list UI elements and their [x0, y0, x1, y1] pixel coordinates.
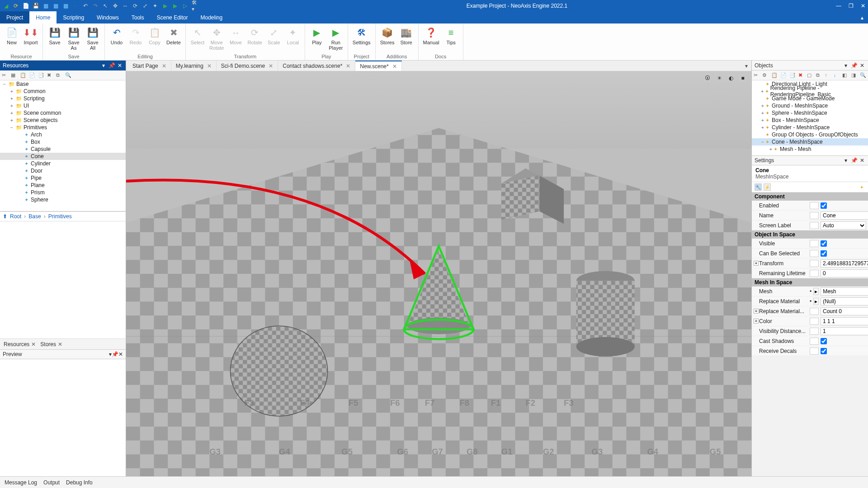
ribbon-projectsettings-button[interactable]: 🛠Settings	[351, 25, 373, 46]
object-row[interactable]: +✦Rendering Pipeline - RenderingPipeline…	[752, 88, 868, 95]
objects-close-button[interactable]: ✕	[859, 62, 865, 69]
expand-icon[interactable]: +	[760, 125, 765, 130]
ribbon-rotate-button[interactable]: ⟳Rotate	[245, 25, 264, 46]
obj-tool-gear-icon[interactable]: ⚙	[762, 72, 768, 79]
prop-input[interactable]	[821, 287, 868, 296]
menu-windows[interactable]: Windows	[90, 11, 125, 23]
tree-row-scripting[interactable]: +📁Scripting	[0, 95, 126, 102]
expand-icon[interactable]: −	[2, 82, 7, 87]
object-row[interactable]: +✦Mesh - Mesh	[752, 145, 868, 153]
obj-tool-search-icon[interactable]: 🔍	[860, 72, 866, 79]
res-tool7-icon[interactable]: ⧉	[56, 72, 62, 79]
tree-row-pipe[interactable]: ✦Pipe	[0, 174, 126, 182]
tab-close-icon[interactable]: ✕	[162, 63, 166, 69]
object-row[interactable]: +✦Box - MeshInSpace	[752, 117, 868, 124]
prop-swatch[interactable]	[810, 250, 819, 257]
expand-icon[interactable]: +	[9, 103, 14, 108]
res-tool3-icon[interactable]: 📋	[20, 72, 26, 79]
prop-input[interactable]	[821, 307, 868, 315]
qa-redo-icon[interactable]: ↷	[92, 3, 99, 9]
obj-tool-down-icon[interactable]: ↓	[834, 72, 840, 79]
ribbon-move-button[interactable]: ↔Move	[226, 25, 245, 46]
expand-icon[interactable]: +	[9, 96, 14, 101]
resources-breadcrumb[interactable]: ⬆ Root› Base› Primitives	[0, 211, 126, 221]
status-message-log[interactable]: Message Log	[5, 479, 37, 486]
prop-input[interactable]	[821, 259, 868, 267]
object-row[interactable]: +✦Sphere - MeshInSpace	[752, 109, 868, 117]
settings-close-button[interactable]: ✕	[859, 157, 865, 164]
tab-close-icon[interactable]: ✕	[207, 63, 212, 69]
prop-checkbox[interactable]	[821, 240, 827, 247]
ribbon-tips-button[interactable]: ≡Tips	[442, 25, 460, 46]
tab-close-icon[interactable]: ✕	[346, 63, 350, 69]
expand-icon[interactable]: +	[768, 147, 774, 152]
ribbon-scale-button[interactable]: ⤢Scale	[265, 25, 283, 46]
prop-swatch[interactable]	[810, 328, 819, 335]
settings-mode1-icon[interactable]: 🔧	[755, 183, 762, 191]
qa-move-icon[interactable]: ✥	[112, 3, 118, 9]
ref-button[interactable]: ▸	[813, 298, 819, 305]
object-row[interactable]: +✦Ground - MeshInSpace	[752, 102, 868, 109]
tree-row-primitives[interactable]: −📁Primitives	[0, 124, 126, 131]
scene-viewport[interactable]: G3G4G5 G6G7G8 G1G2G3 G4G5 H3H4H5 H6H7H8 …	[126, 71, 751, 476]
doc-tab-new-scene-[interactable]: New.scene*✕	[355, 61, 401, 71]
prop-swatch[interactable]	[810, 202, 819, 209]
expand-icon[interactable]: +	[9, 111, 14, 116]
close-button[interactable]: ✕	[861, 3, 865, 9]
prop-swatch[interactable]	[810, 308, 819, 315]
res-tool8-icon[interactable]: 🔍	[65, 72, 71, 79]
close-icon[interactable]: ✕	[31, 341, 36, 347]
qa-cursor-icon[interactable]: ↖	[102, 3, 108, 9]
tree-row-arch[interactable]: ✦Arch	[0, 131, 126, 138]
breadcrumb-base[interactable]: Base	[28, 213, 41, 220]
res-tool1-icon[interactable]: ✂	[2, 72, 8, 79]
qa-tools-icon[interactable]: 🛠▾	[192, 3, 198, 9]
minimize-button[interactable]: —	[836, 3, 841, 9]
expand-icon[interactable]: −	[760, 140, 765, 145]
ribbon-play-button[interactable]: ▶Play	[308, 25, 326, 46]
view-shade-icon[interactable]: ◐	[727, 74, 735, 82]
res-tool6-icon[interactable]: ✖	[47, 72, 53, 79]
tree-row-prism[interactable]: ✦Prism	[0, 189, 126, 196]
breadcrumb-primitives[interactable]: Primitives	[48, 213, 72, 220]
obj-tool-b-icon[interactable]: ◨	[851, 72, 857, 79]
prop-swatch[interactable]	[810, 222, 819, 229]
expand-icon[interactable]: −	[9, 125, 14, 130]
tree-row-scene-common[interactable]: +📁Scene common	[0, 109, 126, 117]
qa-refresh-icon[interactable]: ⟳	[13, 3, 19, 9]
resources-tree[interactable]: −📁Base+📁Common+📁Scripting+📁UI+📁Scene com…	[0, 80, 126, 211]
expand-icon[interactable]: +	[760, 103, 765, 108]
close-icon[interactable]: ✕	[58, 341, 62, 347]
view-light-icon[interactable]: ☀	[715, 74, 723, 82]
tree-row-capsule[interactable]: ✦Capsule	[0, 145, 126, 153]
object-row[interactable]: +✦Cylinder - MeshInSpace	[752, 124, 868, 131]
resources-pin-button[interactable]: 📌	[108, 62, 115, 69]
qa-rot-icon[interactable]: ⟳	[132, 3, 138, 9]
menu-project[interactable]: Project	[0, 11, 29, 23]
ribbon-import-button[interactable]: ⬇⬇Import	[22, 25, 40, 46]
qa-win1-icon[interactable]: ▦	[42, 3, 49, 9]
ribbon-store-button[interactable]: 🏬Store	[397, 25, 415, 46]
qa-local-icon[interactable]: ✦	[152, 3, 158, 9]
res-tool5-icon[interactable]: 📑	[38, 72, 44, 79]
menu-home[interactable]: Home	[29, 11, 57, 23]
qa-new-icon[interactable]: 📄	[23, 3, 29, 9]
prop-input[interactable]	[821, 297, 868, 305]
menu-scene-editor[interactable]: Scene Editor	[151, 11, 194, 23]
settings-star-icon[interactable]: ✦	[858, 183, 865, 191]
prop-swatch[interactable]	[810, 270, 819, 277]
ribbon-select-button[interactable]: ↖Select	[189, 25, 207, 46]
prop-swatch[interactable]	[810, 212, 819, 219]
maximize-button[interactable]: ❐	[849, 3, 854, 9]
tree-row-ui[interactable]: +📁UI	[0, 102, 126, 109]
ribbon-runplayer-button[interactable]: ▶RunPlayer	[327, 25, 345, 52]
obj-tool-win-icon[interactable]: ⧉	[816, 72, 822, 79]
tree-row-cone[interactable]: ✦Cone	[0, 153, 126, 160]
ribbon-local-button[interactable]: ✦Local	[284, 25, 302, 46]
obj-tool-cut-icon[interactable]: ✂	[754, 72, 760, 79]
qa-save-icon[interactable]: 💾	[33, 3, 39, 9]
prop-checkbox[interactable]	[821, 250, 827, 257]
status-debug-info[interactable]: Debug Info	[66, 479, 93, 486]
qa-play3-icon[interactable]: ▷	[182, 3, 188, 9]
view-cam1-icon[interactable]: ⦿	[703, 74, 712, 82]
